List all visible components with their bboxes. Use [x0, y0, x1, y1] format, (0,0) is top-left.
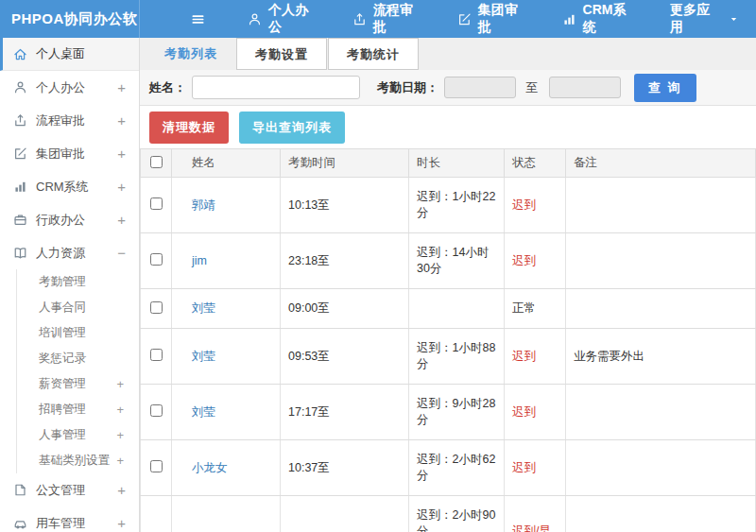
column-header: 考勤时间 [281, 149, 409, 178]
sidebar-item-personnel-management[interactable]: 人事管理 + [16, 422, 139, 448]
expand-toggle-icon[interactable]: + [117, 483, 126, 497]
clear-data-button[interactable]: 清理数据 [149, 112, 229, 144]
hamburger-icon[interactable] [185, 7, 210, 31]
tab-attendance-stats[interactable]: 考勤统计 [328, 38, 419, 70]
topbar-nav-crm-system[interactable]: CRM系统 [545, 0, 654, 38]
expand-toggle-icon[interactable]: + [116, 403, 124, 416]
topbar-nav-more-apps[interactable]: 更多应用 [653, 0, 756, 38]
sidebar-item-salary-management[interactable]: 薪资管理 + [16, 371, 139, 397]
header-checkbox-cell [141, 149, 172, 178]
export-list-button[interactable]: 导出查询列表 [239, 112, 345, 144]
table-row: 小龙女 10:37至 迟到：2小时62分 迟到 [141, 440, 756, 496]
date-to-label: 至 [525, 79, 538, 96]
attendance-time-cell: 10:13至 [281, 178, 409, 233]
duration-cell [409, 289, 505, 329]
status-cell: 迟到 [505, 440, 566, 496]
table-row: 刘莹 09:00至 正常 [141, 289, 756, 329]
flow-icon [13, 113, 27, 128]
app-window: PHPOA协同办公软件 个人办公 流程审批 集团审批 CRM系统 更多应用 个人… [0, 0, 756, 532]
sidebar-item-vehicle-management[interactable]: 用车管理 + [0, 506, 139, 532]
expand-toggle-icon[interactable]: + [117, 80, 126, 94]
sidebar-item-document-management[interactable]: 公文管理 + [0, 473, 139, 506]
duration-cell: 迟到：1小时22分 [409, 178, 505, 233]
expand-toggle-icon[interactable]: + [116, 455, 124, 467]
edit-icon [13, 146, 27, 161]
expand-toggle-icon[interactable]: + [117, 516, 126, 530]
employee-name-link[interactable]: 郭靖 [192, 198, 215, 212]
topbar-nav-workflow-approval[interactable]: 流程审批 [335, 0, 440, 38]
topbar-nav-group-approval[interactable]: 集团审批 [440, 0, 545, 38]
note-cell [566, 440, 756, 496]
sidebar-item-personal-desktop[interactable]: 个人桌面 [0, 38, 139, 71]
attendance-table: 姓名考勤时间时长状态备注 郭靖 10:13至 迟到：1小时22分 迟到 jim … [140, 148, 756, 532]
status-cell: 迟到 [505, 233, 566, 289]
date-to-input[interactable] [549, 77, 621, 98]
expand-toggle-icon[interactable]: + [117, 180, 126, 194]
query-button[interactable]: 查 询 [634, 74, 696, 102]
sidebar: 个人桌面 个人办公 + 流程审批 + 集团审批 + CRM系统 + 行政办公 +… [0, 38, 140, 532]
duration-cell: 迟到：2小时62分 [409, 440, 505, 496]
sidebar-item-base-category-settings[interactable]: 基础类别设置 + [16, 448, 139, 473]
sidebar-item-reward-punishment[interactable]: 奖惩记录 [16, 346, 139, 371]
row-checkbox[interactable] [150, 460, 163, 472]
name-label: 姓名： [149, 79, 186, 96]
employee-name-link[interactable]: 小龙女 [192, 461, 228, 474]
name-search-input[interactable] [192, 76, 360, 99]
sidebar-item-crm-system[interactable]: CRM系统 + [0, 170, 139, 203]
sidebar-item-human-resources[interactable]: 人力资源 − [0, 236, 139, 269]
briefcase-icon [13, 213, 27, 227]
employee-name-link[interactable]: 刘莹 [192, 350, 215, 363]
expand-toggle-icon[interactable]: + [117, 113, 126, 128]
attendance-time-cell: 10:54至10:54 [281, 496, 409, 532]
table-header-row: 姓名考勤时间时长状态备注 [141, 149, 756, 178]
employee-name-link[interactable]: jim [192, 254, 207, 267]
table-row: 刘莹 09:53至 迟到：1小时88分 迟到 业务需要外出 [141, 329, 756, 385]
select-all-checkbox[interactable] [150, 156, 163, 168]
sidebar-item-admin-office[interactable]: 行政办公 + [0, 203, 139, 236]
book-icon [13, 246, 27, 260]
person-icon [13, 80, 27, 94]
car-icon [13, 516, 27, 530]
attendance-time-cell: 23:18至 [281, 233, 409, 289]
row-checkbox[interactable] [150, 349, 163, 361]
doc-icon [13, 483, 27, 497]
date-from-input[interactable] [444, 77, 516, 98]
expand-toggle-icon[interactable]: − [117, 246, 126, 260]
topbar-nav-personal-office[interactable]: 个人办公 [231, 0, 335, 38]
person-icon [248, 12, 262, 26]
row-checkbox[interactable] [150, 404, 163, 417]
chart-icon [13, 180, 27, 194]
sidebar-item-group-approval[interactable]: 集团审批 + [0, 137, 139, 170]
sidebar-item-recruit-management[interactable]: 招聘管理 + [16, 397, 139, 422]
row-checkbox[interactable] [150, 253, 163, 266]
expand-toggle-icon[interactable]: + [117, 146, 126, 161]
expand-toggle-icon[interactable]: + [117, 213, 126, 227]
expand-toggle-icon[interactable]: + [116, 378, 124, 390]
home-icon [13, 47, 27, 61]
column-header: 状态 [505, 149, 566, 178]
employee-name-link[interactable]: 刘莹 [192, 301, 215, 315]
table-row: 刘莹 17:17至 迟到：9小时28分 迟到 [141, 385, 756, 440]
table-row: jim 23:18至 迟到：14小时30分 迟到 [141, 233, 756, 289]
duration-cell: 迟到：1小时88分 [409, 329, 505, 385]
sidebar-item-training-management[interactable]: 培训管理 [16, 320, 139, 346]
sidebar-item-workflow-approval[interactable]: 流程审批 + [0, 104, 139, 137]
tab-attendance-list[interactable]: 考勤列表 [146, 38, 235, 70]
sidebar-item-personal-office[interactable]: 个人办公 + [0, 71, 139, 104]
row-checkbox[interactable] [150, 301, 163, 314]
column-header: 备注 [566, 149, 756, 178]
status-cell: 迟到/早退 [505, 496, 566, 532]
note-cell [566, 385, 756, 440]
row-checkbox[interactable] [150, 197, 163, 210]
attendance-table-wrap: 姓名考勤时间时长状态备注 郭靖 10:13至 迟到：1小时22分 迟到 jim … [140, 148, 756, 532]
sidebar-item-hr-contract[interactable]: 人事合同 [16, 295, 139, 320]
attendance-time-cell: 09:53至 [281, 329, 409, 385]
topbar: PHPOA协同办公软件 个人办公 流程审批 集团审批 CRM系统 更多应用 [0, 0, 756, 38]
expand-toggle-icon[interactable]: + [116, 429, 124, 441]
tab-attendance-settings[interactable]: 考勤设置 [236, 38, 327, 70]
note-cell [566, 178, 756, 233]
employee-name-link[interactable]: 刘莹 [192, 405, 215, 419]
status-cell: 迟到 [505, 329, 566, 385]
sidebar-item-attendance-management[interactable]: 考勤管理 [16, 269, 139, 295]
search-bar: 姓名： 考勤日期： 至 查 询 [140, 70, 756, 106]
